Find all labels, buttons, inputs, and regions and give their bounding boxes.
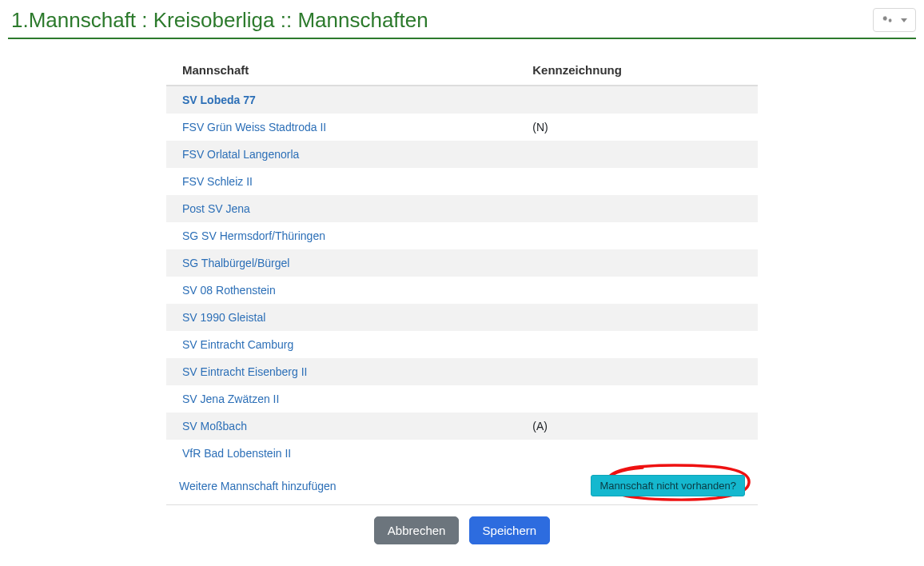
save-button[interactable]: Speichern	[469, 516, 551, 544]
table-row: FSV Schleiz II	[166, 168, 758, 195]
table-row: FSV Grün Weiss Stadtroda II(N)	[166, 114, 758, 141]
table-row: SV Eintracht Eisenberg II	[166, 358, 758, 385]
team-mark	[516, 385, 758, 413]
team-link[interactable]: VfR Bad Lobenstein II	[182, 447, 291, 460]
settings-dropdown-button[interactable]	[873, 8, 916, 32]
table-row: SG SV Hermsdorf/Thüringen	[166, 222, 758, 249]
table-row: SV Moßbach(A)	[166, 413, 758, 440]
table-row: SV 1990 Gleistal	[166, 304, 758, 331]
table-row: SV Lobeda 77	[166, 86, 758, 114]
team-link[interactable]: SV Moßbach	[182, 420, 247, 432]
team-link[interactable]: SV Eintracht Eisenberg II	[182, 365, 307, 378]
team-link[interactable]: FSV Grün Weiss Stadtroda II	[182, 121, 326, 134]
team-link[interactable]: SV Lobeda 77	[182, 94, 256, 106]
table-row: SV Jena Zwätzen II	[166, 385, 758, 413]
team-mark	[516, 358, 758, 385]
table-row: SV Eintracht Camburg	[166, 331, 758, 358]
chevron-down-icon	[901, 18, 907, 22]
team-link[interactable]: SG Thalbürgel/Bürgel	[182, 257, 289, 269]
team-mark	[516, 249, 758, 277]
team-link[interactable]: SV Jena Zwätzen II	[182, 393, 279, 405]
team-mark	[516, 304, 758, 331]
team-link[interactable]: SV 08 Rothenstein	[182, 284, 276, 297]
cancel-button[interactable]: Abbrechen	[374, 516, 460, 544]
table-row: SV 08 Rothenstein	[166, 277, 758, 304]
team-link[interactable]: Post SV Jena	[182, 202, 250, 215]
team-link[interactable]: SG SV Hermsdorf/Thüringen	[182, 229, 325, 242]
add-team-link[interactable]: Weitere Mannschaft hinzufügen	[179, 480, 337, 492]
column-header-team: Mannschaft	[166, 55, 516, 86]
team-link[interactable]: FSV Schleiz II	[182, 175, 253, 188]
team-mark	[516, 86, 758, 114]
team-missing-button[interactable]: Mannschaft nicht vorhanden?	[591, 475, 745, 496]
team-mark	[516, 141, 758, 168]
teams-table: Mannschaft Kennzeichnung SV Lobeda 77FSV…	[166, 55, 758, 467]
gears-icon	[882, 14, 894, 26]
table-row: FSV Orlatal Langenorla	[166, 141, 758, 168]
team-mark: (A)	[516, 413, 758, 440]
team-mark	[516, 277, 758, 304]
team-mark	[516, 168, 758, 195]
team-mark	[516, 331, 758, 358]
team-mark	[516, 222, 758, 249]
team-link[interactable]: FSV Orlatal Langenorla	[182, 148, 299, 161]
table-row: Post SV Jena	[166, 195, 758, 222]
team-link[interactable]: SV 1990 Gleistal	[182, 311, 265, 324]
team-mark	[516, 440, 758, 467]
team-mark	[516, 195, 758, 222]
team-link[interactable]: SV Eintracht Camburg	[182, 338, 293, 351]
page-title: 1.Mannschaft : Kreisoberliga :: Mannscha…	[8, 8, 428, 33]
table-row: VfR Bad Lobenstein II	[166, 440, 758, 467]
team-mark: (N)	[516, 114, 758, 141]
column-header-mark: Kennzeichnung	[516, 55, 758, 86]
table-row: SG Thalbürgel/Bürgel	[166, 249, 758, 277]
